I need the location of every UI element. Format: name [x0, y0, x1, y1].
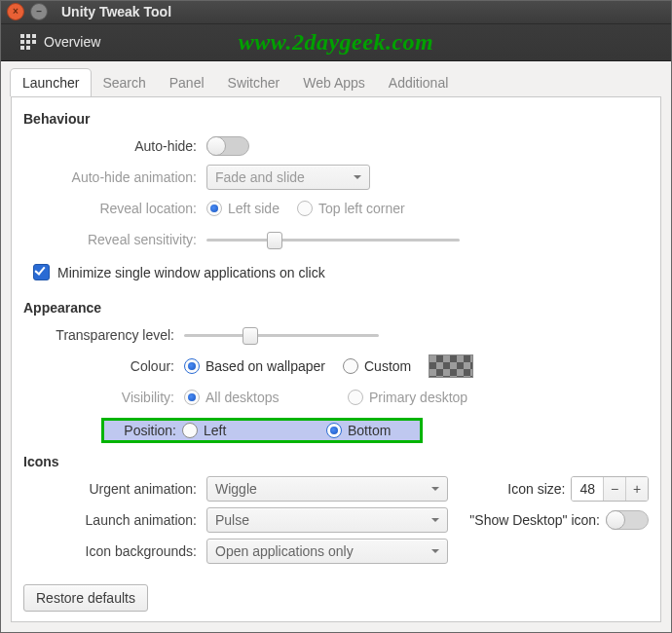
autohide-switch[interactable] — [206, 136, 249, 156]
toolbar: Overview www.2daygeek.com — [1, 24, 671, 61]
tab-launcher[interactable]: Launcher — [11, 69, 91, 96]
icon-size-plus[interactable]: + — [625, 477, 648, 501]
colour-custom-radio[interactable]: Custom — [343, 358, 411, 374]
icon-size-spinner[interactable]: 48 − + — [571, 476, 649, 502]
reveal-location-label: Reveal location: — [23, 201, 206, 216]
icon-bg-label: Icon backgrounds: — [23, 543, 206, 559]
launch-anim-combo[interactable]: Pulse — [206, 507, 448, 533]
chevron-down-icon — [431, 518, 439, 526]
position-left-radio[interactable]: Left — [182, 423, 309, 438]
minimize-button[interactable]: – — [30, 3, 48, 20]
icon-bg-combo[interactable]: Open applications only — [206, 539, 448, 564]
minimize-label: Minimize single window applications on c… — [57, 265, 325, 280]
tab-web-apps[interactable]: Web Apps — [291, 69, 377, 96]
reveal-sensitivity-slider[interactable] — [206, 231, 460, 248]
app-window: × – Unity Tweak Tool Overview www.2dayge… — [0, 0, 672, 633]
window-title: Unity Tweak Tool — [61, 4, 171, 19]
page-content: Behaviour Auto-hide: Auto-hide animation… — [11, 97, 661, 577]
chevron-down-icon — [354, 175, 361, 183]
overview-label: Overview — [44, 34, 100, 50]
grid-icon — [20, 34, 36, 50]
colour-swatch[interactable] — [429, 354, 473, 378]
position-bottom-radio[interactable]: Bottom — [326, 423, 391, 438]
chevron-down-icon — [431, 487, 439, 495]
show-desktop-label: "Show Desktop" icon: — [469, 512, 600, 528]
icon-size-value: 48 — [572, 477, 603, 501]
colour-wallpaper-radio[interactable]: Based on wallpaper — [184, 358, 325, 374]
title-bar: × – Unity Tweak Tool — [1, 1, 671, 24]
position-highlight: Position: Left Bottom — [101, 418, 423, 443]
section-icons-title: Icons — [23, 454, 649, 469]
visibility-label: Visibility: — [23, 390, 184, 405]
restore-defaults-button[interactable]: Restore defaults — [23, 584, 148, 612]
launch-anim-label: Launch animation: — [23, 512, 206, 528]
visibility-primary-radio[interactable]: Primary desktop — [348, 390, 467, 405]
reveal-sensitivity-label: Reveal sensitivity: — [23, 232, 206, 247]
chevron-down-icon — [431, 549, 439, 557]
icon-bg-value: Open applications only — [215, 543, 354, 559]
bottom-bar: Restore defaults — [11, 577, 661, 622]
autohide-label: Auto-hide: — [23, 138, 206, 154]
tab-search[interactable]: Search — [91, 69, 157, 96]
minimize-check[interactable]: Minimize single window applications on c… — [33, 264, 325, 280]
tab-panel[interactable]: Panel — [158, 69, 216, 96]
show-desktop-switch[interactable] — [606, 510, 649, 530]
transparency-slider[interactable] — [184, 326, 379, 344]
autohide-anim-label: Auto-hide animation: — [23, 169, 206, 185]
watermark-text: www.2daygeek.com — [239, 29, 433, 56]
autohide-anim-combo[interactable]: Fade and slide — [206, 165, 370, 190]
tab-additional[interactable]: Additional — [377, 69, 461, 96]
tab-row: Launcher Search Panel Switcher Web Apps … — [1, 61, 671, 96]
transparency-label: Transparency level: — [23, 327, 184, 343]
section-appearance-title: Appearance — [23, 300, 649, 316]
close-button[interactable]: × — [7, 3, 24, 20]
section-behaviour-title: Behaviour — [23, 111, 649, 127]
reveal-topleft-radio[interactable]: Top left corner — [297, 201, 405, 216]
icon-size-label: Icon size: — [507, 481, 565, 497]
reveal-left-radio[interactable]: Left side — [206, 201, 280, 216]
urgent-anim-combo[interactable]: Wiggle — [206, 476, 448, 502]
icon-size-minus[interactable]: − — [603, 477, 625, 501]
visibility-all-radio[interactable]: All desktops — [184, 390, 330, 405]
launch-anim-value: Pulse — [215, 512, 249, 528]
tab-switcher[interactable]: Switcher — [216, 69, 292, 96]
overview-button[interactable]: Overview — [15, 30, 106, 54]
autohide-anim-value: Fade and slide — [215, 169, 305, 185]
urgent-anim-value: Wiggle — [215, 481, 257, 497]
colour-label: Colour: — [23, 358, 184, 374]
position-label: Position: — [108, 423, 182, 438]
urgent-anim-label: Urgent animation: — [23, 481, 206, 497]
